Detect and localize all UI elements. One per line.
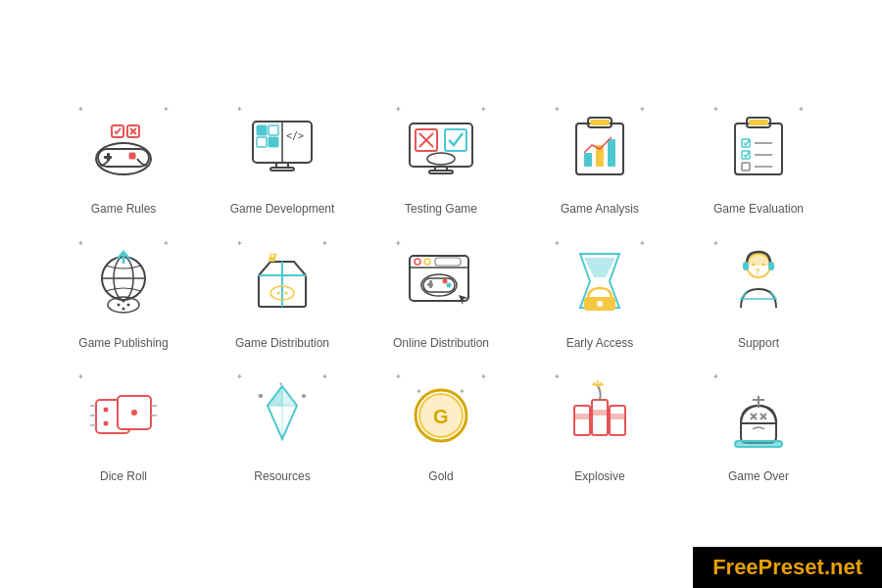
icon-box-game-distribution: ✦ ✦	[228, 237, 336, 325]
sparkle-tl: ✦	[395, 239, 402, 248]
svg-marker-97	[268, 386, 282, 406]
online-distribution-svg	[402, 244, 480, 318]
svg-rect-12	[257, 137, 267, 147]
icon-item-resources: ✦ ✦ ✦ ✦ ✦ Resources	[208, 370, 357, 485]
svg-rect-79	[743, 262, 749, 270]
icon-box-game-evaluation: ✦ ✦	[705, 103, 812, 191]
svg-point-61	[424, 259, 430, 265]
icon-box-online-distribution: ✦	[387, 237, 495, 325]
testing-game-svg	[402, 110, 480, 183]
svg-rect-114	[610, 414, 625, 419]
icon-item-game-publishing: ✦ ✦ Game Publishing	[49, 237, 198, 352]
sparkle-tl: ✦	[554, 372, 561, 381]
svg-rect-31	[590, 120, 610, 125]
svg-rect-17	[270, 168, 294, 171]
svg-rect-34	[749, 120, 768, 125]
icon-box-game-over: ✦	[705, 370, 812, 459]
icon-box-support: ✦ ?	[705, 237, 812, 325]
sparkle-tl: ✦	[236, 239, 243, 248]
explosive-label: Explosive	[574, 468, 624, 485]
icon-box-explosive: ✦	[546, 370, 654, 459]
icon-box-game-development: ✦ </>	[228, 103, 336, 191]
icon-item-support: ✦ ? Support	[684, 237, 833, 352]
icon-box-resources: ✦ ✦ ✦ ✦ ✦	[228, 370, 336, 459]
icon-item-game-analysis: ✦ ✦ Game Analysis	[525, 103, 674, 218]
svg-rect-113	[610, 406, 625, 435]
sparkle-tl: ✦	[236, 105, 243, 114]
resources-svg: ✦ ✦ ✦	[243, 378, 321, 452]
online-distribution-label: Online Distribution	[393, 335, 489, 352]
svg-point-56	[285, 292, 288, 295]
svg-text:✦: ✦	[257, 393, 262, 399]
svg-point-46	[118, 304, 121, 307]
svg-rect-111	[592, 400, 608, 435]
game-over-svg	[719, 378, 798, 452]
svg-text:✦: ✦	[416, 387, 422, 396]
icon-item-game-rules: ✦ ✦ Game	[49, 103, 198, 218]
testing-game-label: Testing Game	[405, 201, 477, 218]
icon-item-game-evaluation: ✦ ✦ Game Evaluation	[684, 103, 833, 218]
svg-point-55	[277, 292, 280, 295]
sparkle-tl: ✦	[554, 105, 561, 114]
icon-item-early-access: ✦ ✦ Early Access	[525, 237, 674, 352]
icon-item-game-over: ✦	[684, 370, 833, 485]
svg-point-47	[127, 304, 130, 307]
svg-point-60	[415, 259, 420, 265]
sparkle-tr: ✦	[798, 105, 805, 114]
game-publishing-label: Game Publishing	[78, 335, 168, 352]
icon-box-game-publishing: ✦ ✦	[70, 237, 177, 325]
sparkle-tr: ✦	[639, 239, 646, 248]
game-development-svg: </>	[243, 110, 321, 183]
svg-rect-22	[445, 129, 466, 151]
svg-point-48	[122, 300, 125, 303]
gold-label: Gold	[428, 468, 453, 485]
sparkle-tr: ✦	[480, 372, 487, 381]
game-rules-svg	[84, 110, 163, 183]
svg-rect-13	[269, 125, 278, 135]
svg-point-84	[104, 420, 109, 425]
svg-point-82	[104, 407, 109, 412]
svg-rect-39	[742, 163, 750, 171]
svg-rect-62	[435, 258, 461, 266]
early-access-label: Early Access	[566, 335, 634, 352]
watermark: FreePreset.net	[693, 547, 882, 588]
sparkle-tr: ✦	[639, 105, 646, 114]
svg-rect-66	[429, 280, 432, 288]
sparkle-tl: ✦	[712, 372, 719, 381]
sparkle-tl: ✦	[77, 239, 84, 248]
resources-label: Resources	[254, 468, 310, 485]
svg-text:✦: ✦	[459, 387, 466, 396]
svg-point-87	[131, 410, 137, 416]
icon-item-game-development: ✦ </> Game Development	[208, 103, 357, 218]
icon-box-early-access: ✦ ✦	[546, 237, 654, 325]
icon-box-dice-roll: ✦	[70, 370, 177, 459]
svg-rect-11	[257, 125, 267, 135]
icon-box-game-rules: ✦ ✦	[70, 103, 177, 191]
game-over-label: Game Over	[728, 468, 789, 485]
sparkle-tr: ✦	[321, 372, 328, 381]
icon-item-testing-game: ✦ ✦ Testing Game	[367, 103, 515, 218]
early-access-svg	[561, 244, 639, 318]
svg-text:G: G	[433, 406, 449, 427]
svg-point-77	[762, 264, 765, 267]
svg-point-67	[447, 283, 452, 288]
svg-point-23	[427, 153, 455, 165]
icon-box-gold: ✦ ✦ G ✦ ✦	[387, 370, 495, 459]
svg-point-74	[597, 301, 603, 307]
explosive-svg	[561, 378, 639, 452]
sparkle-tr: ✦	[163, 239, 170, 248]
watermark-suffix: .net	[824, 555, 862, 579]
game-evaluation-svg	[719, 110, 798, 183]
game-analysis-svg	[561, 110, 639, 183]
sparkle-tl: ✦	[712, 105, 719, 114]
svg-marker-96	[282, 386, 297, 406]
sparkle-tl: ✦	[236, 372, 243, 381]
svg-point-68	[443, 279, 448, 284]
icon-item-dice-roll: ✦ Dice Roll	[49, 370, 198, 485]
svg-text:✦: ✦	[278, 381, 283, 387]
gold-svg: G ✦ ✦	[402, 378, 480, 452]
watermark-prefix: FreePreset	[712, 555, 824, 579]
sparkle-tl: ✦	[77, 372, 84, 381]
svg-rect-109	[574, 406, 590, 435]
game-development-label: Game Development	[230, 201, 335, 218]
